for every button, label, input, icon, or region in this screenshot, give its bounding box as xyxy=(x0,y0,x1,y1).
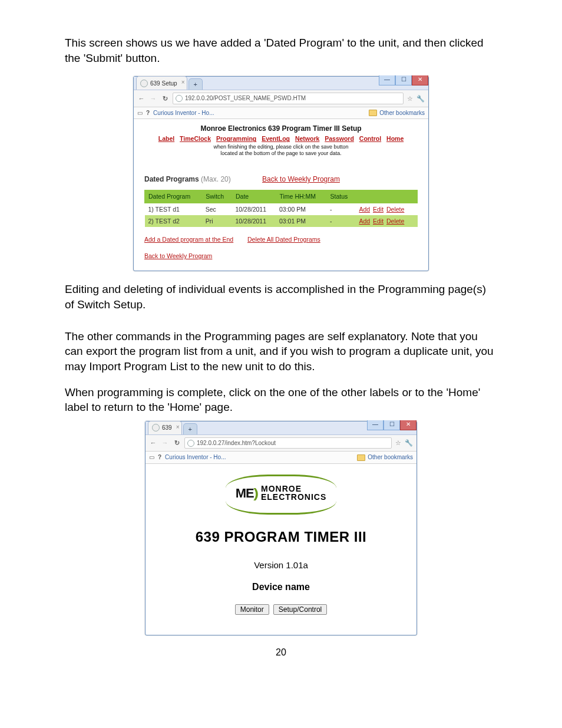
tab-close-icon[interactable]: × xyxy=(181,78,185,87)
globe-icon xyxy=(176,95,183,102)
tab-close-icon[interactable]: × xyxy=(176,423,180,431)
globe-icon xyxy=(187,440,194,447)
body-para-2: Editing and deleting of individual event… xyxy=(65,282,497,312)
menu-network[interactable]: Network xyxy=(295,135,319,142)
setup-menu: Label TimeClock Programming EventLog Net… xyxy=(144,134,418,143)
body-para-4: When programming is complete, click on t… xyxy=(65,385,497,415)
col-status: Status xyxy=(326,190,355,203)
menu-password[interactable]: Password xyxy=(325,135,354,142)
delete-link[interactable]: Delete xyxy=(386,218,404,225)
browser-tab[interactable]: 639 Setup × xyxy=(136,76,187,90)
edit-link[interactable]: Edit xyxy=(373,206,384,213)
brand-logo: ME) MONROE ELECTRONICS xyxy=(216,475,346,515)
table-header-row: Dated Program Switch Date Time HH:MM Sta… xyxy=(145,190,418,203)
browser-tab[interactable]: 639 × xyxy=(148,421,182,434)
menu-control[interactable]: Control xyxy=(359,135,381,142)
folder-icon xyxy=(357,454,365,461)
menu-label[interactable]: Label xyxy=(158,135,174,142)
menu-timeclock[interactable]: TimeClock xyxy=(180,135,211,142)
me-mark-icon: ME) xyxy=(236,485,257,502)
forward-button[interactable]: → xyxy=(161,439,169,447)
dated-programs-heading: Dated Programs (Max. 20) Back to Weekly … xyxy=(144,174,418,184)
minimize-button[interactable]: — xyxy=(367,420,384,430)
new-tab-button[interactable]: + xyxy=(189,78,203,90)
col-actions xyxy=(355,190,417,203)
back-button[interactable]: ← xyxy=(137,94,146,103)
menu-home[interactable]: Home xyxy=(386,135,404,142)
delete-all-dated-link[interactable]: Delete All Dated Programs xyxy=(247,236,320,243)
save-note-line2: located at the bottom of the page to sav… xyxy=(144,150,418,157)
help-icon: ? xyxy=(158,453,161,462)
setup-title: Monroe Electronics 639 Program Timer III… xyxy=(144,124,418,133)
body-para-3: The other commands in the Programming pa… xyxy=(65,329,497,374)
delete-link[interactable]: Delete xyxy=(386,206,404,213)
bookmark-star-icon[interactable]: ☆ xyxy=(395,439,401,447)
favicon-icon xyxy=(152,424,160,431)
bookmarks-bar: ▭ ? Curious Inventor - Ho... Other bookm… xyxy=(134,107,428,120)
bookmark-item[interactable]: Curious Inventor - Ho... xyxy=(153,109,214,117)
window-controls: — ☐ ✕ xyxy=(367,420,416,430)
bookmarks-bar: ▭ ? Curious Inventor - Ho... Other bookm… xyxy=(146,452,416,464)
edit-link[interactable]: Edit xyxy=(373,218,384,225)
device-name-label: Device name xyxy=(156,581,406,594)
address-bar[interactable]: 192.0.0.20/POST_USER_NAME_PSWD.HTM xyxy=(173,93,404,104)
version-text: Version 1.01a xyxy=(156,559,406,571)
new-tab-button[interactable]: + xyxy=(183,423,197,434)
reload-button[interactable]: ↻ xyxy=(161,94,169,103)
intro-para-1: This screen shows us we have added a 'Da… xyxy=(65,35,497,65)
other-bookmarks[interactable]: Other bookmarks xyxy=(379,109,425,117)
bookmark-star-icon[interactable]: ☆ xyxy=(407,94,413,103)
maximize-button[interactable]: ☐ xyxy=(384,420,400,430)
col-date: Date xyxy=(232,190,276,203)
row-actions: Add Edit Delete xyxy=(355,215,417,227)
overflow-icon[interactable]: ▭ xyxy=(137,109,143,117)
back-to-weekly-link[interactable]: Back to Weekly Program xyxy=(262,175,340,183)
wrench-menu-icon[interactable]: 🔧 xyxy=(416,94,425,103)
overflow-icon[interactable]: ▭ xyxy=(149,453,154,462)
address-bar[interactable]: 192.0.0.27/index.htm?Lockout xyxy=(184,437,392,449)
browser-toolbar: ← → ↻ 192.0.0.20/POST_USER_NAME_PSWD.HTM… xyxy=(134,90,428,107)
col-time: Time HH:MM xyxy=(276,190,326,203)
menu-programming[interactable]: Programming xyxy=(216,135,256,142)
reload-button[interactable]: ↻ xyxy=(173,439,181,447)
setup-control-button[interactable]: Setup/Control xyxy=(273,604,327,615)
minimize-button[interactable]: — xyxy=(379,75,395,85)
bookmark-item[interactable]: Curious Inventor - Ho... xyxy=(165,453,226,462)
forward-button[interactable]: → xyxy=(149,94,157,103)
back-to-weekly-link-2[interactable]: Back to Weekly Program xyxy=(144,252,212,259)
add-link[interactable]: Add xyxy=(359,218,370,225)
window-titlebar: 639 Setup × + — ☐ ✕ xyxy=(134,77,428,90)
setup-page-body: Monroe Electronics 639 Program Timer III… xyxy=(134,119,428,271)
url-text: 192.0.0.20/POST_USER_NAME_PSWD.HTM xyxy=(185,94,306,103)
page-number: 20 xyxy=(65,646,497,659)
browser-toolbar: ← → ↻ 192.0.0.27/index.htm?Lockout ☆ 🔧 xyxy=(146,435,416,452)
brand-text: MONROE ELECTRONICS xyxy=(261,485,326,501)
tab-title: 639 Setup xyxy=(150,80,177,88)
col-dated-program: Dated Program xyxy=(145,190,202,203)
help-icon: ? xyxy=(146,109,150,117)
screenshot-setup-window: 639 Setup × + — ☐ ✕ ← → ↻ 192.0.0.20/POS… xyxy=(133,76,429,271)
swoosh-bottom-icon xyxy=(226,501,336,515)
save-note-line1: when finishing the editing, please click… xyxy=(144,144,418,150)
dated-programs-table: Dated Program Switch Date Time HH:MM Sta… xyxy=(144,190,418,227)
product-heading: 639 PROGRAM TIMER III xyxy=(156,528,406,546)
window-controls: — ☐ ✕ xyxy=(379,75,428,85)
tab-title: 639 xyxy=(162,424,172,432)
add-link[interactable]: Add xyxy=(359,206,370,213)
back-button[interactable]: ← xyxy=(149,439,157,447)
other-bookmarks[interactable]: Other bookmarks xyxy=(368,453,413,462)
maximize-button[interactable]: ☐ xyxy=(395,75,412,85)
favicon-icon xyxy=(140,80,148,87)
menu-eventlog[interactable]: EventLog xyxy=(262,135,290,142)
folder-icon xyxy=(369,110,377,116)
setup-footer-links: Add a Dated program at the End Delete Al… xyxy=(144,235,418,261)
window-close-button[interactable]: ✕ xyxy=(412,75,428,85)
home-page-body: ME) MONROE ELECTRONICS 639 PROGRAM TIMER… xyxy=(146,464,416,635)
table-row: 2) TEST d2 Pri 10/28/2011 03:01 PM - Add… xyxy=(145,215,418,227)
window-close-button[interactable]: ✕ xyxy=(400,420,416,430)
url-text: 192.0.0.27/index.htm?Lockout xyxy=(197,439,276,447)
add-dated-program-link[interactable]: Add a Dated program at the End xyxy=(144,236,233,243)
table-row: 1) TEST d1 Sec 10/28/2011 03:00 PM - Add… xyxy=(145,203,418,215)
wrench-menu-icon[interactable]: 🔧 xyxy=(405,439,413,447)
monitor-button[interactable]: Monitor xyxy=(235,604,269,615)
